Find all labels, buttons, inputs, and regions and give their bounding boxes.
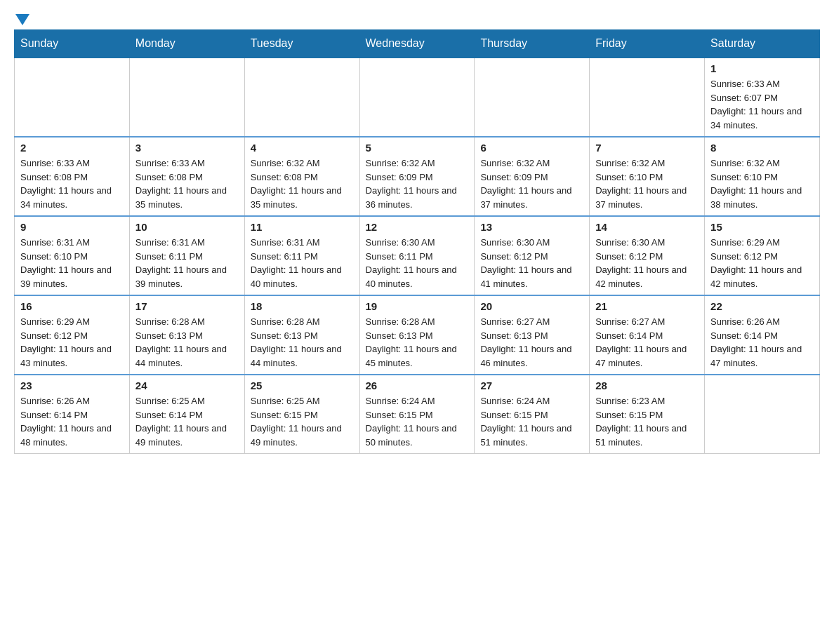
calendar-cell: 24Sunrise: 6:25 AMSunset: 6:14 PMDayligh… [129,375,244,454]
day-info: Sunrise: 6:32 AMSunset: 6:09 PMDaylight:… [366,156,469,211]
day-info: Sunrise: 6:33 AMSunset: 6:07 PMDaylight:… [710,77,814,132]
calendar-cell: 11Sunrise: 6:31 AMSunset: 6:11 PMDayligh… [244,216,359,295]
header-saturday: Saturday [705,30,820,58]
day-number: 7 [595,142,699,154]
day-info: Sunrise: 6:32 AMSunset: 6:10 PMDaylight:… [595,156,699,211]
calendar-cell [244,58,359,137]
day-number: 1 [710,62,814,74]
calendar-cell: 16Sunrise: 6:29 AMSunset: 6:12 PMDayligh… [15,295,130,375]
day-info: Sunrise: 6:32 AMSunset: 6:08 PMDaylight:… [251,156,354,211]
calendar-cell [129,58,244,137]
calendar-cell: 5Sunrise: 6:32 AMSunset: 6:09 PMDaylight… [359,137,475,216]
week-row-1: 1Sunrise: 6:33 AMSunset: 6:07 PMDaylight… [15,58,820,137]
calendar-cell: 26Sunrise: 6:24 AMSunset: 6:15 PMDayligh… [359,375,475,454]
day-info: Sunrise: 6:30 AMSunset: 6:12 PMDaylight:… [595,236,699,290]
calendar-cell: 4Sunrise: 6:32 AMSunset: 6:08 PMDaylight… [244,137,359,216]
day-number: 24 [135,380,239,391]
day-info: Sunrise: 6:33 AMSunset: 6:08 PMDaylight:… [135,156,239,211]
day-number: 26 [366,380,469,391]
calendar-header-row: Sunday Monday Tuesday Wednesday Thursday… [15,30,820,58]
day-info: Sunrise: 6:28 AMSunset: 6:13 PMDaylight:… [135,315,239,370]
day-number: 22 [710,300,814,312]
day-number: 25 [251,380,354,391]
day-number: 12 [366,221,469,233]
day-number: 4 [251,142,354,154]
day-number: 6 [480,142,583,154]
calendar-cell [15,58,130,137]
day-number: 20 [480,300,583,312]
day-number: 19 [366,300,469,312]
day-number: 9 [20,221,124,233]
calendar-cell: 8Sunrise: 6:32 AMSunset: 6:10 PMDaylight… [705,137,820,216]
calendar-cell: 3Sunrise: 6:33 AMSunset: 6:08 PMDaylight… [129,137,244,216]
logo [14,14,31,22]
calendar-cell: 9Sunrise: 6:31 AMSunset: 6:10 PMDaylight… [15,216,130,295]
day-number: 3 [135,142,239,154]
page-header [14,14,820,22]
day-info: Sunrise: 6:30 AMSunset: 6:12 PMDaylight:… [480,236,583,290]
calendar-cell: 27Sunrise: 6:24 AMSunset: 6:15 PMDayligh… [475,375,590,454]
calendar-cell: 25Sunrise: 6:25 AMSunset: 6:15 PMDayligh… [244,375,359,454]
day-number: 15 [710,221,814,233]
calendar-cell [475,58,590,137]
calendar-cell: 23Sunrise: 6:26 AMSunset: 6:14 PMDayligh… [15,375,130,454]
calendar-cell: 10Sunrise: 6:31 AMSunset: 6:11 PMDayligh… [129,216,244,295]
calendar-table: Sunday Monday Tuesday Wednesday Thursday… [14,29,820,454]
day-info: Sunrise: 6:24 AMSunset: 6:15 PMDaylight:… [366,394,469,449]
day-number: 23 [20,380,124,391]
day-info: Sunrise: 6:30 AMSunset: 6:11 PMDaylight:… [366,236,469,290]
calendar-cell: 18Sunrise: 6:28 AMSunset: 6:13 PMDayligh… [244,295,359,375]
day-number: 11 [251,221,354,233]
day-info: Sunrise: 6:33 AMSunset: 6:08 PMDaylight:… [20,156,124,211]
calendar-cell: 14Sunrise: 6:30 AMSunset: 6:12 PMDayligh… [590,216,705,295]
week-row-3: 9Sunrise: 6:31 AMSunset: 6:10 PMDaylight… [15,216,820,295]
calendar-cell: 20Sunrise: 6:27 AMSunset: 6:13 PMDayligh… [475,295,590,375]
day-info: Sunrise: 6:25 AMSunset: 6:15 PMDaylight:… [251,394,354,449]
day-info: Sunrise: 6:31 AMSunset: 6:10 PMDaylight:… [20,236,124,290]
day-info: Sunrise: 6:25 AMSunset: 6:14 PMDaylight:… [135,394,239,449]
day-info: Sunrise: 6:28 AMSunset: 6:13 PMDaylight:… [366,315,469,370]
calendar-cell: 2Sunrise: 6:33 AMSunset: 6:08 PMDaylight… [15,137,130,216]
day-info: Sunrise: 6:29 AMSunset: 6:12 PMDaylight:… [20,315,124,370]
calendar-cell: 21Sunrise: 6:27 AMSunset: 6:14 PMDayligh… [590,295,705,375]
day-number: 8 [710,142,814,154]
calendar-cell: 1Sunrise: 6:33 AMSunset: 6:07 PMDaylight… [705,58,820,137]
day-number: 5 [366,142,469,154]
week-row-5: 23Sunrise: 6:26 AMSunset: 6:14 PMDayligh… [15,375,820,454]
day-number: 2 [20,142,124,154]
calendar-cell [705,375,820,454]
day-number: 18 [251,300,354,312]
day-info: Sunrise: 6:31 AMSunset: 6:11 PMDaylight:… [251,236,354,290]
header-thursday: Thursday [475,30,590,58]
header-wednesday: Wednesday [359,30,475,58]
day-info: Sunrise: 6:28 AMSunset: 6:13 PMDaylight:… [251,315,354,370]
calendar-cell: 13Sunrise: 6:30 AMSunset: 6:12 PMDayligh… [475,216,590,295]
week-row-4: 16Sunrise: 6:29 AMSunset: 6:12 PMDayligh… [15,295,820,375]
day-number: 27 [480,380,583,391]
header-friday: Friday [590,30,705,58]
day-number: 10 [135,221,239,233]
calendar-cell: 15Sunrise: 6:29 AMSunset: 6:12 PMDayligh… [705,216,820,295]
calendar-cell: 17Sunrise: 6:28 AMSunset: 6:13 PMDayligh… [129,295,244,375]
day-number: 14 [595,221,699,233]
day-number: 13 [480,221,583,233]
calendar-cell: 6Sunrise: 6:32 AMSunset: 6:09 PMDaylight… [475,137,590,216]
logo-triangle-icon [15,14,29,25]
week-row-2: 2Sunrise: 6:33 AMSunset: 6:08 PMDaylight… [15,137,820,216]
calendar-cell: 28Sunrise: 6:23 AMSunset: 6:15 PMDayligh… [590,375,705,454]
day-number: 28 [595,380,699,391]
day-number: 21 [595,300,699,312]
day-info: Sunrise: 6:32 AMSunset: 6:10 PMDaylight:… [710,156,814,211]
header-sunday: Sunday [15,30,130,58]
day-info: Sunrise: 6:26 AMSunset: 6:14 PMDaylight:… [20,394,124,449]
header-tuesday: Tuesday [244,30,359,58]
day-info: Sunrise: 6:26 AMSunset: 6:14 PMDaylight:… [710,315,814,370]
calendar-cell: 7Sunrise: 6:32 AMSunset: 6:10 PMDaylight… [590,137,705,216]
day-info: Sunrise: 6:23 AMSunset: 6:15 PMDaylight:… [595,394,699,449]
day-info: Sunrise: 6:32 AMSunset: 6:09 PMDaylight:… [480,156,583,211]
day-info: Sunrise: 6:27 AMSunset: 6:14 PMDaylight:… [595,315,699,370]
calendar-cell: 22Sunrise: 6:26 AMSunset: 6:14 PMDayligh… [705,295,820,375]
calendar-cell [359,58,475,137]
day-info: Sunrise: 6:24 AMSunset: 6:15 PMDaylight:… [480,394,583,449]
day-number: 16 [20,300,124,312]
